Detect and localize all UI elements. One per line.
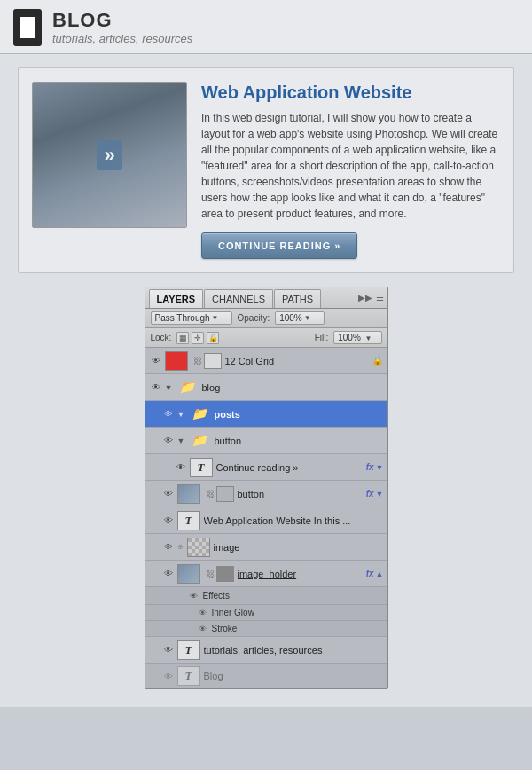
opacity-value-text: 100%: [279, 313, 302, 323]
visibility-icon[interactable]: 👁: [161, 487, 176, 501]
layer-name: button: [238, 489, 363, 499]
layer-row[interactable]: 👁 T Continue reading » fx ▼: [145, 454, 387, 481]
tab-channels[interactable]: CHANNELS: [204, 289, 273, 308]
visibility-icon[interactable]: 👁: [161, 643, 176, 657]
fx-badge: fx: [366, 462, 374, 472]
fx-arrow-icon: ▼: [376, 490, 384, 499]
visibility-icon[interactable]: 👁: [161, 434, 176, 448]
layers-panel: LAYERS CHANNELS PATHS ▶▶ ☰ Pass Through …: [145, 287, 388, 689]
layer-name: blog: [202, 382, 384, 393]
layer-thumbnail: T: [177, 666, 200, 686]
effect-eye-icon[interactable]: 👁: [199, 609, 207, 617]
transform-icon: ⊕: [177, 543, 184, 551]
opacity-label: Opacity:: [238, 313, 270, 323]
main-content: » Web Application Website In this web de…: [0, 54, 532, 707]
visibility-icon[interactable]: 👁: [161, 407, 176, 421]
layer-row[interactable]: 👁 T tutorials, articles, resources: [145, 637, 387, 664]
layer-thumbnail: [177, 564, 200, 584]
blend-mode-value: Pass Through: [155, 313, 210, 323]
fx-up-arrow-icon: ▲: [376, 570, 384, 578]
folder-icon: 📁: [188, 431, 211, 451]
visibility-icon[interactable]: 👁: [174, 460, 188, 475]
blog-header: BLOG tutorials, articles, resources: [0, 0, 532, 54]
article-card: » Web Application Website In this web de…: [18, 67, 514, 273]
opacity-arrow: ▼: [304, 314, 311, 322]
layer-name: tutorials, articles, resources: [204, 645, 384, 656]
panel-tabs: LAYERS CHANNELS PATHS ▶▶ ☰: [145, 287, 387, 309]
chain-icon: ⛓: [193, 356, 202, 365]
inner-glow-row: 👁 Inner Glow: [145, 605, 387, 621]
tab-paths[interactable]: PATHS: [274, 289, 321, 308]
expand-icon[interactable]: ▼: [165, 383, 174, 392]
layer-name: image_holder: [238, 569, 363, 579]
layer-name: posts: [215, 409, 384, 420]
visibility-icon[interactable]: 👁: [161, 567, 176, 581]
folder-icon: 📁: [188, 405, 211, 424]
effect-eye-icon[interactable]: 👁: [199, 625, 207, 633]
panel-tab-icons: ▶▶ ☰: [358, 293, 384, 304]
blog-subtitle: tutorials, articles, resources: [52, 32, 192, 45]
lock-label: Lock:: [151, 333, 172, 342]
visibility-icon[interactable]: 👁: [161, 669, 176, 683]
expand-icon[interactable]: ▼: [177, 410, 186, 419]
effect-label: Effects: [203, 591, 230, 601]
layer-mask-thumb: [216, 566, 234, 582]
layer-thumbnail: T: [177, 511, 200, 530]
tab-layers[interactable]: LAYERS: [149, 289, 204, 308]
layer-thumbnail: T: [177, 640, 200, 660]
layer-row[interactable]: 👁 ⛓ image_holder fx ▲: [145, 561, 387, 587]
effect-name: Stroke: [212, 624, 238, 633]
stroke-row: 👁 Stroke: [145, 621, 387, 637]
continue-reading-button[interactable]: CONTINUE READING »: [201, 232, 357, 259]
fx-arrow-icon: ▼: [376, 463, 384, 472]
blog-title: BLOG: [52, 11, 192, 30]
panel-close-icon[interactable]: ☰: [376, 293, 384, 302]
layer-name: 12 Col Grid: [225, 356, 368, 366]
panel-menu-icon[interactable]: ▶▶: [358, 293, 372, 302]
fill-input[interactable]: 100% ▼: [333, 331, 381, 344]
lock-all-icon[interactable]: 🔒: [207, 332, 219, 344]
layer-row[interactable]: 👁 ▼ 📁 blog: [145, 374, 387, 401]
layer-row[interactable]: 👁 ⊕ image: [145, 534, 387, 561]
layer-name: Web Application Website In this ...: [204, 515, 384, 526]
article-thumbnail: »: [32, 82, 187, 228]
article-body: Web Application Website In this web desi…: [201, 82, 500, 259]
fx-badge: fx: [366, 489, 374, 499]
lock-pixels-icon[interactable]: ▦: [176, 332, 189, 344]
fill-value-text: 100%: [338, 333, 361, 342]
layer-row[interactable]: 👁 ⛓ button fx ▼: [145, 481, 387, 507]
article-title: Web Application Website: [201, 82, 500, 103]
layer-name: Blog: [204, 671, 384, 681]
layer-name: button: [215, 436, 384, 446]
chain-icon: ⛓: [206, 489, 215, 499]
layer-mask-thumb: [216, 486, 234, 502]
layer-thumbnail: [177, 484, 200, 504]
layer-name: Continue reading »: [216, 462, 363, 473]
effect-name: Inner Glow: [212, 608, 254, 617]
effect-eye-icon[interactable]: 👁: [190, 592, 198, 601]
folder-icon: 📁: [176, 378, 199, 397]
lock-row: Lock: ▦ ✛ 🔒 Fill: 100% ▼: [145, 328, 387, 348]
visibility-icon[interactable]: 👁: [161, 540, 176, 554]
visibility-icon[interactable]: 👁: [161, 514, 176, 528]
layer-name: image: [214, 542, 384, 553]
layer-thumbnail: T: [190, 458, 213, 477]
layer-row[interactable]: 👁 T Web Application Website In this ...: [145, 507, 387, 534]
visibility-icon[interactable]: 👁: [149, 354, 163, 368]
layers-list: 👁 ⛓ 12 Col Grid 🔒 👁 ▼ 📁 blog 👁 ▼ 📁 posts: [145, 348, 387, 688]
layer-row[interactable]: 👁 T Blog: [145, 664, 387, 688]
thumb-overlay: »: [33, 82, 186, 227]
lock-position-icon[interactable]: ✛: [192, 332, 204, 344]
blend-mode-select[interactable]: Pass Through ▼: [151, 311, 232, 325]
opacity-input[interactable]: 100% ▼: [275, 311, 325, 325]
expand-icon[interactable]: ▼: [177, 436, 186, 445]
blog-icon: [13, 9, 42, 46]
blog-icon-page: [20, 17, 35, 38]
layer-row[interactable]: 👁 ⛓ 12 Col Grid 🔒: [145, 348, 387, 374]
fx-badge: fx: [366, 569, 374, 578]
layer-row[interactable]: 👁 ▼ 📁 posts: [145, 401, 387, 428]
visibility-icon[interactable]: 👁: [149, 381, 163, 395]
layer-row[interactable]: 👁 ▼ 📁 button: [145, 428, 387, 454]
panel-toolbar: Pass Through ▼ Opacity: 100% ▼: [145, 309, 387, 328]
article-text: In this web design tutorial, I will show…: [201, 110, 500, 222]
